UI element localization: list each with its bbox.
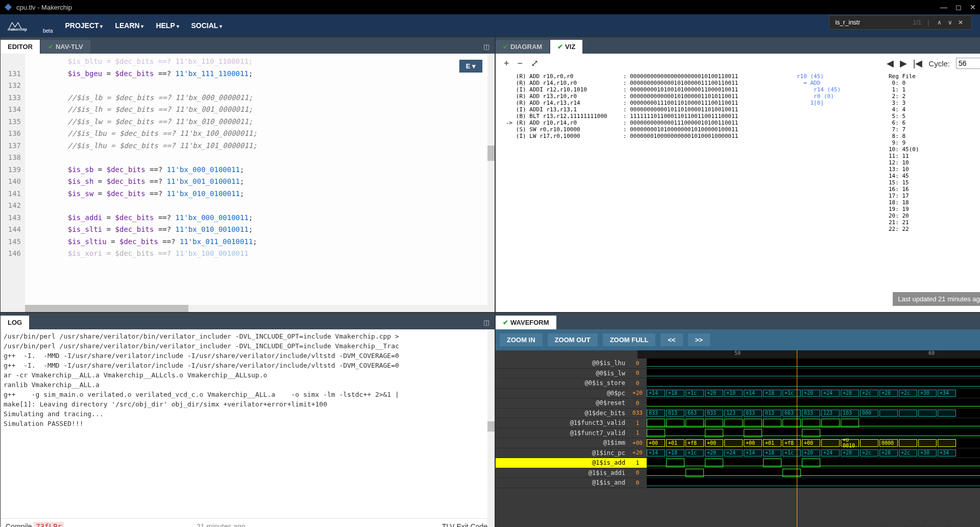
tab-viz[interactable]: ✔VIZ bbox=[550, 40, 582, 54]
minimize-icon[interactable]: — bbox=[940, 3, 947, 11]
compile-ago: 21 minutes ago bbox=[197, 522, 246, 527]
cycle-label: Cycle: bbox=[928, 59, 950, 68]
log-vscroll[interactable] bbox=[487, 329, 495, 527]
close-icon[interactable]: ✕ bbox=[970, 3, 976, 11]
search-close-icon[interactable]: ✕ bbox=[958, 19, 963, 26]
log-output[interactable]: /usr/bin/perl /usr/share/verilator/bin/v… bbox=[1, 329, 495, 518]
maximize-icon[interactable]: ◻ bbox=[955, 3, 962, 11]
editor-hscroll[interactable] bbox=[25, 305, 495, 312]
viz-instructions: (R) ADD r10,r0,r0 (R) ADD r14,r10,r0 (I)… bbox=[506, 73, 623, 232]
zoom-in-button[interactable]: ZOOM IN bbox=[500, 333, 543, 346]
wave-row[interactable]: @1$inc_pc+20+14+18+1c+20+24+14+18+1c+20+… bbox=[496, 448, 980, 459]
cycle-input[interactable] bbox=[956, 58, 980, 69]
wave-cursor[interactable] bbox=[797, 350, 797, 527]
wave-row[interactable]: @1$dec_bits03303301366303312303301366303… bbox=[496, 409, 980, 419]
split-icon[interactable]: ◫ bbox=[478, 316, 495, 329]
log-panel: LOG ◫ /usr/bin/perl /usr/share/verilator… bbox=[0, 313, 495, 527]
tab-diagram[interactable]: ✔DIAGRAM bbox=[496, 40, 549, 54]
tab-waveform[interactable]: ✔WAVEFORM bbox=[496, 316, 556, 329]
search-next-icon[interactable]: ∨ bbox=[948, 19, 952, 26]
wave-row[interactable]: @1$is_and0 bbox=[496, 478, 980, 488]
search-input[interactable] bbox=[836, 19, 907, 26]
expand-icon[interactable]: ⤢ bbox=[531, 58, 538, 69]
tab-editor[interactable]: EDITOR bbox=[1, 40, 40, 54]
exit-code-label: TLV Exit Code: bbox=[442, 522, 489, 527]
scroll-left-button[interactable]: << bbox=[660, 333, 682, 346]
tab-navtlv[interactable]: ✔NAV-TLV bbox=[41, 40, 90, 54]
wave-row[interactable]: @0$is_lhu0 bbox=[496, 358, 980, 369]
logo[interactable]: makerchip beta bbox=[6, 17, 53, 34]
zoom-full-button[interactable]: ZOOM FULL bbox=[603, 333, 656, 346]
zoom-in-icon[interactable]: + bbox=[504, 58, 509, 69]
wave-row[interactable]: @0$reset0 bbox=[496, 398, 980, 409]
wave-row[interactable]: @0$is_lw0 bbox=[496, 369, 980, 379]
viz-panel: ✔DIAGRAM ✔VIZ ◫ + − ⤢ ◀ ▶ |◀ Cycle: (R) … bbox=[495, 37, 980, 313]
menu-social[interactable]: SOCIAL bbox=[191, 21, 223, 30]
tab-log[interactable]: LOG bbox=[1, 316, 29, 329]
window-title: cpu.tlv - Makerchip bbox=[16, 4, 72, 11]
wave-ruler: 50 60 bbox=[638, 350, 980, 358]
viz-bits: : 00000000000000000000010100110011 : 000… bbox=[623, 73, 797, 232]
line-gutter: 131 132 133 134 135 136 137 138 139 140 … bbox=[1, 54, 25, 312]
menu-learn[interactable]: LEARN bbox=[115, 21, 143, 30]
titlebar: cpu.tlv - Makerchip — ◻ ✕ bbox=[0, 0, 980, 14]
wave-row[interactable]: @1$funct7_valid1 bbox=[496, 428, 980, 439]
wave-row[interactable]: @1$imm+00+00+01+f8+00+00+01+f8+00+0 0010… bbox=[496, 438, 980, 448]
search-prev-icon[interactable]: ∧ bbox=[937, 19, 942, 26]
waveform-view[interactable]: 50 60 @0$is_lhu0@0$is_lw0@0$is_store0@0$… bbox=[496, 350, 980, 527]
scroll-right-button[interactable]: >> bbox=[688, 333, 710, 346]
menu-project[interactable]: PROJECT bbox=[65, 21, 103, 30]
menu-help[interactable]: HELP bbox=[156, 21, 179, 30]
editor-vscroll[interactable] bbox=[487, 54, 495, 305]
viz-side: r10 (45) = ADD r14 (45) r0 (0) 1[0] bbox=[797, 73, 889, 232]
svg-marker-0 bbox=[5, 4, 12, 11]
wave-row[interactable]: @1$is_add1 bbox=[496, 458, 980, 468]
cycle-prev-icon[interactable]: ◀ bbox=[887, 58, 894, 69]
split-icon[interactable]: ◫ bbox=[478, 40, 495, 54]
beta-label: beta bbox=[43, 28, 53, 34]
log-status: Compile 73fLPr 21 minutes ago TLV Exit C… bbox=[1, 518, 495, 527]
cycle-first-icon[interactable]: |◀ bbox=[913, 58, 923, 69]
wave-row[interactable]: @1$is_addi0 bbox=[496, 468, 980, 478]
search-count: 1/1 bbox=[913, 19, 922, 26]
wave-row[interactable]: @0$pc+20+14+18+1c+20+10+14+18+1c+20+24+2… bbox=[496, 389, 980, 399]
cycle-next-icon[interactable]: ▶ bbox=[900, 58, 907, 69]
waveform-panel: ✔WAVEFORM ◫ ZOOM IN ZOOM OUT ZOOM FULL <… bbox=[495, 313, 980, 527]
wave-row[interactable]: @1$funct3_valid1 bbox=[496, 418, 980, 428]
zoom-out-icon[interactable]: − bbox=[518, 58, 523, 69]
wave-row[interactable]: @0$is_store0 bbox=[496, 378, 980, 389]
compile-hash[interactable]: 73fLPr bbox=[34, 522, 64, 527]
svg-text:makerchip: makerchip bbox=[8, 28, 27, 32]
viz-updated-badge: Last updated 21 minutes ago bbox=[893, 292, 980, 306]
search-bar: 1/1 | ∧ ∨ ✕ bbox=[829, 15, 972, 30]
code-area[interactable]: $is_bltu = $dec_bits ==? 11'bx_110_11000… bbox=[25, 54, 495, 312]
zoom-out-button[interactable]: ZOOM OUT bbox=[548, 333, 598, 346]
viz-regfile: Reg File 0: 0 1: 1 2: 2 3: 3 4: 4 5: 5 6… bbox=[889, 73, 919, 232]
editor-panel: EDITOR ✔NAV-TLV ◫ 131 132 133 134 135 13… bbox=[0, 37, 495, 313]
e-button[interactable]: E ▾ bbox=[459, 60, 482, 73]
app-icon bbox=[4, 3, 12, 11]
